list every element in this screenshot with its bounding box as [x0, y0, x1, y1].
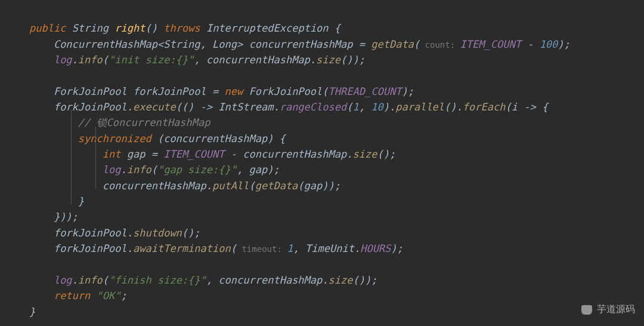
- code-line: ForkJoinPool forkJoinPool = new ForkJoin…: [5, 85, 414, 97]
- code-line: synchronized (concurrentHashMap) {: [5, 133, 286, 144]
- watermark: 芋道源码: [581, 302, 635, 317]
- code-line: // 锁ConcurrentHashMap: [5, 116, 210, 128]
- code-line: public String right() throws Interrupted…: [5, 22, 340, 34]
- code-line: forkJoinPool.shutdown();: [5, 227, 200, 239]
- indent-guide: [95, 127, 96, 189]
- code-editor[interactable]: public String right() throws Interrupted…: [0, 5, 644, 319]
- code-line: return "OK";: [5, 290, 127, 302]
- code-line: }: [5, 195, 84, 207]
- code-line: forkJoinPool.awaitTermination( timeout: …: [5, 242, 403, 254]
- wechat-icon: [581, 305, 592, 315]
- code-line: concurrentHashMap.putAll(getData(gap));: [5, 180, 340, 192]
- code-line: }));: [5, 211, 78, 223]
- watermark-text: 芋道源码: [597, 302, 635, 317]
- code-line: int gap = ITEM_COUNT - concurrentHashMap…: [5, 148, 395, 160]
- code-line: forkJoinPool.execute(() -> IntStream.ran…: [5, 101, 548, 113]
- code-line: ConcurrentHashMap<String, Long> concurre…: [5, 38, 570, 50]
- code-line: log.info("finish size:{}", concurrentHas…: [5, 274, 377, 286]
- code-line: }: [5, 306, 35, 318]
- code-line: log.info("gap size:{}", gap);: [5, 164, 280, 176]
- code-line: log.info("init size:{}", concurrentHashM…: [5, 54, 365, 66]
- indent-guide: [71, 110, 72, 204]
